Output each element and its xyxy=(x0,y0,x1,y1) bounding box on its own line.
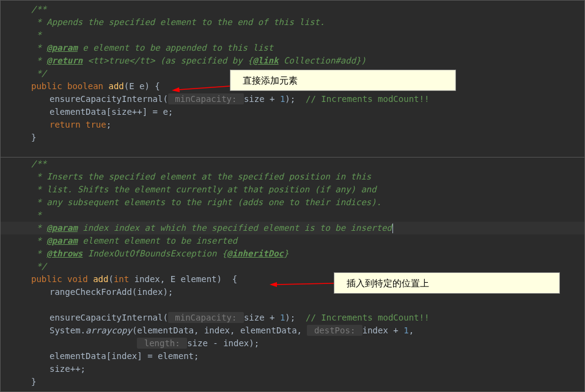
code-text: ensureCapacityInternal( xyxy=(50,313,168,322)
code-line: return true; xyxy=(1,118,584,131)
javadoc-desc: * any subsequent elements to the right (… xyxy=(31,197,381,207)
code-text: ; xyxy=(106,120,111,129)
svg-marker-1 xyxy=(172,87,180,92)
close-brace: } xyxy=(31,377,36,387)
throws-text: } xyxy=(284,249,289,258)
arrow-icon xyxy=(172,84,230,92)
javadoc-param: * @param index index at which the specif… xyxy=(31,223,392,233)
code-text: size++; xyxy=(50,364,86,374)
number-literal: 1 xyxy=(403,325,408,335)
javadoc-desc: * Inserts the specified element at the s… xyxy=(31,172,371,181)
return-type: void xyxy=(67,274,88,284)
param-tag: @param xyxy=(46,43,78,53)
svg-marker-3 xyxy=(270,282,277,287)
code-text: (elementData, index, elementData, xyxy=(132,325,307,335)
code-text: size - index); xyxy=(187,338,259,348)
code-text: index + xyxy=(362,325,403,335)
javadoc-close: */ xyxy=(31,261,46,271)
code-line: /** xyxy=(1,158,584,170)
code-line: * Appends the specified element to the e… xyxy=(1,16,584,29)
method-params: index, E element) { xyxy=(129,274,237,284)
modifier-keyword: public xyxy=(31,81,62,91)
close-brace: } xyxy=(31,132,36,142)
arrow-icon xyxy=(270,280,334,288)
code-text: , xyxy=(409,325,414,335)
link-tag: @link xyxy=(252,56,278,65)
javadoc-param: * @param e element to be appended to thi… xyxy=(31,43,273,53)
param-hint: destPos: xyxy=(307,325,362,336)
code-text: ); xyxy=(285,94,306,104)
param-hint: minCapacity: xyxy=(168,93,244,104)
text-cursor xyxy=(392,223,393,233)
code-line: * xyxy=(1,209,584,222)
throws-text: IndexOutOfBoundsException { xyxy=(83,249,227,258)
boolean-literal: true xyxy=(81,120,106,129)
param-text: index index at which the specified eleme… xyxy=(78,223,392,233)
javadoc-return: * @return <tt>true</tt> (as specified by… xyxy=(31,56,366,65)
javadoc-desc: * Appends the specified element to the e… xyxy=(31,17,325,27)
annotation-box-1: 直接添加元素 xyxy=(230,70,456,91)
code-text: elementData[index] = element; xyxy=(50,351,199,361)
inherit-tag: @inheritDoc xyxy=(227,249,284,258)
code-text: rangeCheckForAdd(index); xyxy=(50,287,173,297)
javadoc-param: * @param element element to be inserted xyxy=(31,236,237,245)
param-text: element element to be inserted xyxy=(78,236,237,245)
code-line: elementData[size++] = e; xyxy=(1,106,584,118)
line-comment: // Increments modCount!! xyxy=(306,94,429,104)
javadoc-blank: * xyxy=(31,210,42,220)
param-tag: @param xyxy=(46,223,78,233)
method-name: add xyxy=(93,274,108,284)
modifier-keyword: public xyxy=(31,274,62,284)
paren: ( xyxy=(108,274,113,284)
javadoc-blank: * xyxy=(31,30,42,40)
static-method: arraycopy xyxy=(86,325,132,335)
code-line: System.arraycopy(elementData, index, ele… xyxy=(1,324,584,337)
code-line: } xyxy=(1,376,584,388)
annotation-text: 插入到特定的位置上 xyxy=(347,278,429,288)
param-hint: minCapacity: xyxy=(168,312,244,323)
code-line-cursor: * @param index index at which the specif… xyxy=(1,222,584,234)
param-text: e element to be appended to this list xyxy=(78,43,273,53)
method-params: (E e) { xyxy=(124,81,160,91)
blank-line xyxy=(1,144,584,157)
code-line: * any subsequent elements to the right (… xyxy=(1,196,584,209)
code-line: * @param e element to be appended to thi… xyxy=(1,42,584,54)
throws-tag: @throws xyxy=(46,249,83,258)
line-comment: // Increments modCount!! xyxy=(306,313,429,322)
code-line: size++; xyxy=(1,363,584,376)
code-line: * Inserts the specified element at the s… xyxy=(1,170,584,183)
code-text: System. xyxy=(50,325,86,335)
code-text: ); xyxy=(285,313,306,322)
code-line: * xyxy=(1,29,584,42)
javadoc-desc: * list. Shifts the element currently at … xyxy=(31,184,377,194)
return-tag: @return xyxy=(46,56,83,65)
code-text: size + xyxy=(244,94,280,104)
code-line: */ xyxy=(1,260,584,273)
code-text: ensureCapacityInternal( xyxy=(50,94,168,104)
param-hint: length: xyxy=(137,338,187,349)
code-line: ensureCapacityInternal( minCapacity: siz… xyxy=(1,93,584,106)
return-keyword: return xyxy=(50,120,81,129)
code-line: * list. Shifts the element currently at … xyxy=(1,183,584,196)
svg-line-2 xyxy=(276,283,334,285)
code-line: elementData[index] = element; xyxy=(1,350,584,363)
annotation-box-2: 插入到特定的位置上 xyxy=(334,272,560,294)
svg-line-0 xyxy=(178,86,230,90)
code-editor[interactable]: /** * Appends the specified element to t… xyxy=(1,1,584,391)
code-line: * @return <tt>true</tt> (as specified by… xyxy=(1,54,584,67)
blank-line xyxy=(1,299,584,311)
javadoc-open: /** xyxy=(31,4,46,14)
int-keyword: int xyxy=(114,274,129,284)
code-line: length: size - index); xyxy=(1,337,584,350)
return-text2: Collection#add}) xyxy=(279,56,366,65)
javadoc-open: /** xyxy=(31,159,46,169)
code-text: elementData[size++] = e; xyxy=(50,107,173,117)
code-text: size + xyxy=(244,313,280,322)
javadoc-close: */ xyxy=(31,68,46,78)
code-line: } xyxy=(1,131,584,144)
code-line: ensureCapacityInternal( minCapacity: siz… xyxy=(1,311,584,324)
return-text1: <tt>true</tt> (as specified by { xyxy=(83,56,252,65)
param-tag: @param xyxy=(46,236,78,245)
code-line: * @throws IndexOutOfBoundsException {@in… xyxy=(1,247,584,260)
method-name: add xyxy=(108,81,123,91)
